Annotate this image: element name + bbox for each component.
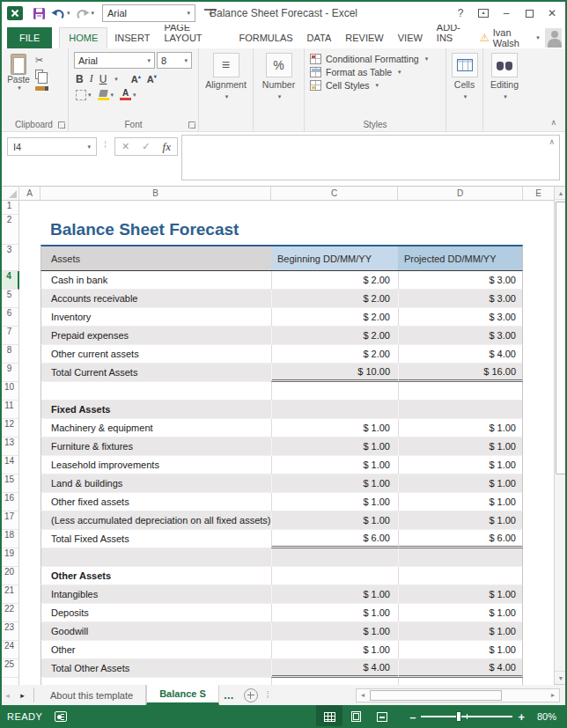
cell-e[interactable] xyxy=(523,290,554,308)
scroll-left-icon[interactable]: ◂ xyxy=(357,691,369,699)
cell-a[interactable] xyxy=(19,530,40,548)
projected-value-cell[interactable] xyxy=(398,567,523,585)
cell-e[interactable] xyxy=(523,604,554,622)
projected-value-cell[interactable] xyxy=(398,548,523,567)
beginning-value-cell[interactable]: $ 1.00 xyxy=(271,438,398,456)
row-header[interactable]: 6 xyxy=(0,308,19,327)
cell-e[interactable] xyxy=(523,622,554,641)
projected-value-cell[interactable]: $ 3.00 xyxy=(398,271,523,290)
account-dropdown-icon[interactable]: ▾ xyxy=(536,34,540,41)
cell-a[interactable] xyxy=(19,456,40,474)
cells-button[interactable]: Cells ▾ xyxy=(448,52,481,100)
beginning-value-cell[interactable]: $ 10.00 xyxy=(271,364,398,382)
italic-button[interactable]: I xyxy=(90,72,93,85)
format-as-table-button[interactable]: Format as Table ▾ xyxy=(310,67,444,77)
tab-formulas[interactable]: FORMULAS xyxy=(232,27,299,48)
paste-button[interactable]: Paste ▾ xyxy=(2,52,35,117)
beginning-header-cell[interactable]: Beginning DD/MM/YY xyxy=(271,245,398,271)
row-label-cell[interactable]: Other current assets xyxy=(40,345,271,364)
row-header[interactable]: 25 xyxy=(0,659,19,678)
tab-view[interactable]: VIEW xyxy=(391,27,430,48)
sheet-nav-left-icon[interactable]: ◂ xyxy=(0,685,15,705)
underline-dropdown-icon[interactable]: ▾ xyxy=(114,76,118,83)
tab-insert[interactable]: INSERT xyxy=(107,27,157,48)
row-header[interactable]: 5 xyxy=(0,290,19,308)
undo-dropdown[interactable]: ▾ xyxy=(67,10,70,17)
beginning-value-cell[interactable]: $ 2.00 xyxy=(271,290,398,308)
account-area[interactable]: ⚠ Ivan Walsh ▾ xyxy=(480,27,567,48)
beginning-value-cell[interactable]: $ 1.00 xyxy=(271,419,398,438)
row-header[interactable]: 13 xyxy=(0,438,19,456)
cell-a[interactable] xyxy=(19,290,40,308)
cancel-button[interactable]: ✕ xyxy=(122,141,129,152)
select-all-corner[interactable] xyxy=(0,187,19,200)
font-name-select[interactable]: Arial ▾ xyxy=(74,52,155,69)
row-header[interactable]: 9 xyxy=(0,364,19,382)
cell-e[interactable] xyxy=(523,474,554,493)
name-box[interactable]: I4 ▾ xyxy=(7,137,97,156)
row-header[interactable]: 11 xyxy=(0,401,19,419)
cell-a[interactable] xyxy=(19,345,40,364)
row-label-cell[interactable]: Deposits xyxy=(40,604,271,622)
projected-value-cell[interactable] xyxy=(398,401,523,419)
enter-button[interactable]: ✓ xyxy=(142,141,150,152)
row-header[interactable]: 3 xyxy=(0,245,19,271)
row-header[interactable]: 2 xyxy=(0,215,19,245)
tab-file[interactable]: FILE xyxy=(7,27,52,48)
column-header-d[interactable]: D xyxy=(398,187,523,200)
redo-dropdown[interactable]: ▾ xyxy=(92,10,95,17)
horizontal-scrollbar[interactable]: ◂ ▸ xyxy=(356,688,560,702)
cell-e[interactable] xyxy=(523,659,554,678)
projected-value-cell[interactable]: $ 16.00 xyxy=(398,364,523,382)
cell-a[interactable] xyxy=(19,604,40,622)
redo-button[interactable]: ▾ xyxy=(76,8,95,19)
projected-value-cell[interactable]: $ 1.00 xyxy=(398,622,523,641)
cell-e[interactable] xyxy=(523,308,554,327)
beginning-value-cell[interactable]: $ 6.00 xyxy=(271,530,398,548)
cell-a[interactable] xyxy=(19,327,40,345)
projected-value-cell[interactable]: $ 1.00 xyxy=(398,585,523,604)
row-header[interactable]: 14 xyxy=(0,456,19,474)
row-label-cell[interactable]: Goodwill xyxy=(40,622,271,641)
row-header[interactable]: 24 xyxy=(0,641,19,659)
sheet-tab-balance-sheet[interactable]: Balance S xyxy=(146,685,219,705)
conditional-formatting-button[interactable]: Conditional Formatting ▾ xyxy=(310,54,444,64)
beginning-value-cell[interactable] xyxy=(271,548,398,567)
cell-e[interactable] xyxy=(523,456,554,474)
cell-a[interactable] xyxy=(19,364,40,382)
row-label-cell[interactable] xyxy=(40,548,271,567)
beginning-value-cell[interactable]: $ 1.00 xyxy=(271,456,398,474)
beginning-value-cell[interactable]: $ 1.00 xyxy=(271,511,398,530)
underline-button[interactable]: U xyxy=(99,73,107,85)
projected-value-cell[interactable]: $ 4.00 xyxy=(398,659,523,678)
beginning-value-cell[interactable] xyxy=(271,401,398,419)
cell-e[interactable] xyxy=(523,567,554,585)
beginning-value-cell[interactable] xyxy=(271,567,398,585)
page-break-view-button[interactable] xyxy=(369,705,395,728)
sheet-tab-about[interactable]: About this template xyxy=(38,685,146,705)
zoom-slider[interactable] xyxy=(421,716,512,717)
qat-customize-button[interactable]: ▾ xyxy=(204,9,217,18)
clipboard-dialog-launcher[interactable] xyxy=(58,121,65,129)
cell-a[interactable] xyxy=(19,511,40,530)
row-label-cell[interactable]: Other xyxy=(40,641,271,659)
row-header[interactable]: 22 xyxy=(0,604,19,622)
close-button[interactable]: ✕ xyxy=(541,4,563,23)
cell-a[interactable] xyxy=(19,308,40,327)
row-header[interactable]: 23 xyxy=(0,622,19,641)
bold-button[interactable]: B xyxy=(76,73,84,85)
font-dialog-launcher[interactable] xyxy=(188,121,195,129)
projected-value-cell[interactable]: $ 1.00 xyxy=(398,419,523,438)
projected-value-cell[interactable]: $ 1.00 xyxy=(398,493,523,511)
cut-button[interactable]: ✂ xyxy=(35,55,48,66)
row-header[interactable]: 16 xyxy=(0,493,19,511)
font-color-button[interactable]: A ▾ xyxy=(120,89,136,100)
row-label-cell[interactable]: Inventory xyxy=(40,308,271,327)
row-label-cell[interactable]: Cash in bank xyxy=(40,271,271,290)
cell-a[interactable] xyxy=(19,567,40,585)
beginning-value-cell[interactable]: $ 1.00 xyxy=(271,622,398,641)
beginning-value-cell[interactable] xyxy=(271,382,398,401)
cell-e[interactable] xyxy=(523,345,554,364)
cell-e[interactable] xyxy=(523,364,554,382)
formula-bar-collapse-icon[interactable]: ∧ xyxy=(549,137,555,146)
